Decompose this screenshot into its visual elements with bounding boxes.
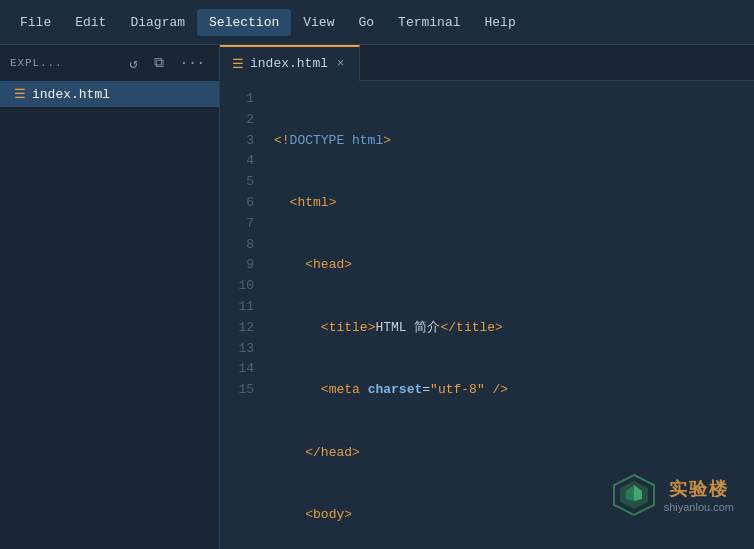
code-line-1: <!DOCTYPE html> <box>270 131 754 152</box>
html-file-icon: ☰ <box>14 86 26 102</box>
tab-bar: ☰ index.html × <box>220 45 754 81</box>
line-num-1: 1 <box>220 89 254 110</box>
code-line-5: <meta charset="utf-8" /> <box>270 380 754 401</box>
line-num-15: 15 <box>220 380 254 401</box>
menu-file[interactable]: File <box>8 9 63 36</box>
editor-area: ☰ index.html × 1 2 3 4 5 6 7 8 9 10 11 1… <box>220 45 754 549</box>
sidebar: EXPL... ↺ ⧉ ··· ☰ index.html <box>0 45 220 549</box>
menu-go[interactable]: Go <box>346 9 386 36</box>
sidebar-header: EXPL... ↺ ⧉ ··· <box>0 45 219 81</box>
menu-selection[interactable]: Selection <box>197 9 291 36</box>
file-name: index.html <box>32 87 110 102</box>
line-num-5: 5 <box>220 172 254 193</box>
line-num-14: 14 <box>220 359 254 380</box>
code-line-3: <head> <box>270 255 754 276</box>
line-num-11: 11 <box>220 297 254 318</box>
line-num-4: 4 <box>220 151 254 172</box>
tab-file-icon: ☰ <box>232 56 244 72</box>
menu-terminal[interactable]: Terminal <box>386 9 472 36</box>
line-num-12: 12 <box>220 318 254 339</box>
menu-help[interactable]: Help <box>473 9 528 36</box>
code-content: <!DOCTYPE html> <html> <head> <title>HTM… <box>270 89 754 541</box>
line-num-7: 7 <box>220 214 254 235</box>
code-line-7: <body> <box>270 505 754 526</box>
code-line-6: </head> <box>270 443 754 464</box>
code-editor[interactable]: 1 2 3 4 5 6 7 8 9 10 11 12 13 14 15 <!DO… <box>220 81 754 549</box>
line-num-13: 13 <box>220 339 254 360</box>
menu-bar: File Edit Diagram Selection View Go Term… <box>0 0 754 45</box>
main-layout: EXPL... ↺ ⧉ ··· ☰ index.html ☰ index.htm… <box>0 45 754 549</box>
more-icon[interactable]: ··· <box>176 53 209 73</box>
line-num-8: 8 <box>220 235 254 256</box>
line-num-2: 2 <box>220 110 254 131</box>
tab-index-html[interactable]: ☰ index.html × <box>220 45 360 81</box>
line-num-6: 6 <box>220 193 254 214</box>
line-num-3: 3 <box>220 131 254 152</box>
copy-icon[interactable]: ⧉ <box>150 53 168 73</box>
tab-close-button[interactable]: × <box>334 56 347 72</box>
code-line-2: <html> <box>270 193 754 214</box>
menu-edit[interactable]: Edit <box>63 9 118 36</box>
refresh-icon[interactable]: ↺ <box>125 53 141 74</box>
file-item-index-html[interactable]: ☰ index.html <box>0 81 219 107</box>
code-line-4: <title>HTML 简介</title> <box>270 318 754 339</box>
menu-diagram[interactable]: Diagram <box>118 9 197 36</box>
line-num-10: 10 <box>220 276 254 297</box>
line-numbers: 1 2 3 4 5 6 7 8 9 10 11 12 13 14 15 <box>220 89 270 541</box>
line-num-9: 9 <box>220 255 254 276</box>
sidebar-title: EXPL... <box>10 57 117 69</box>
menu-view[interactable]: View <box>291 9 346 36</box>
tab-label: index.html <box>250 56 328 71</box>
